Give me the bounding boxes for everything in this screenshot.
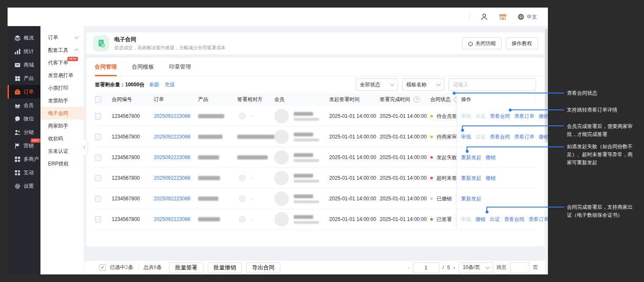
counterparty-cell <box>237 135 274 139</box>
op-link[interactable]: 撤销 <box>539 133 548 141</box>
current-page-input[interactable] <box>413 262 439 273</box>
sidebar-item-label: 商城 <box>24 61 34 69</box>
submenu-item[interactable]: 代客下单NEW <box>40 56 84 69</box>
next-page-button[interactable]: › <box>453 264 455 271</box>
field-filter-select[interactable]: 模板名称 <box>402 78 444 91</box>
op-link[interactable]: 查看订单 <box>529 216 548 223</box>
order-link[interactable]: 2025092223066 <box>154 216 191 222</box>
jump-page-input[interactable] <box>510 262 529 273</box>
order-link[interactable]: 2025092223066 <box>154 154 191 160</box>
sidebar-item[interactable]: 产品 <box>8 72 40 85</box>
header-checkbox[interactable] <box>95 96 101 103</box>
op-link[interactable]: 查看合同 <box>490 113 510 120</box>
order-link[interactable]: 2025092223066 <box>154 134 191 140</box>
sidebar-item[interactable]: 订单 <box>8 85 40 98</box>
tab-item[interactable]: 印章管理 <box>169 58 191 76</box>
sidebar-collapse-handle[interactable] <box>81 139 87 156</box>
annotation-dot <box>509 109 512 112</box>
sidebar-item[interactable]: 统计 <box>8 45 40 58</box>
submenu-group[interactable]: 配套工具 <box>40 44 84 56</box>
submenu-group[interactable]: 订单 <box>40 31 84 44</box>
annotation-line <box>487 207 564 208</box>
submenu-item[interactable]: 收款码 <box>40 132 84 145</box>
op-link[interactable]: 撤销 <box>475 216 486 223</box>
redacted-product <box>198 114 224 118</box>
op-link[interactable]: 出证 <box>490 216 500 223</box>
scrollbar[interactable] <box>545 26 548 274</box>
sidebar-item[interactable]: 概况 <box>8 31 40 45</box>
app-window: 中文 概况统计商城产品订单会员微信分销营销HOT多商户互动设置 订单配套工具代客… <box>8 8 548 274</box>
help-icon[interactable]: ? <box>413 96 420 103</box>
chevron-down-icon <box>486 265 490 269</box>
product-cell <box>198 135 237 139</box>
sidebar-item[interactable]: 分销 <box>8 125 40 139</box>
row-checkbox[interactable] <box>95 113 101 120</box>
order-link[interactable]: 2025092223066 <box>154 113 191 119</box>
column-header-label: 订单 <box>154 96 164 103</box>
order-link[interactable]: 2025092223066 <box>154 196 191 202</box>
row-checkbox[interactable] <box>95 154 101 161</box>
op-link[interactable]: 重新发起 <box>461 175 481 182</box>
row-checkbox[interactable] <box>95 175 101 181</box>
op-link[interactable]: 撤销 <box>486 154 496 161</box>
sidebar-item[interactable]: 会员 <box>8 98 40 112</box>
submenu-item[interactable]: 电子合同 <box>40 107 84 120</box>
op-link[interactable]: 查看订单 <box>514 113 534 120</box>
op-link[interactable]: 审批 <box>461 133 471 141</box>
selected-count-text: 已选中2条 <box>110 264 133 271</box>
select-all-checkbox[interactable]: ✓ <box>99 264 106 271</box>
contract-no-cell: 1234567800 <box>112 216 154 222</box>
tabs: 合同管理合同模板印章管理 <box>86 58 545 77</box>
op-link[interactable]: 查看合同 <box>504 216 524 223</box>
row-checkbox[interactable] <box>95 134 101 140</box>
sidebar-item[interactable]: 营销HOT <box>8 139 40 152</box>
annotation-line <box>467 146 564 147</box>
op-link[interactable]: 查看订单 <box>514 133 534 141</box>
shop-icon[interactable] <box>499 13 507 21</box>
page-size-select[interactable]: 10条/页 <box>459 262 493 273</box>
column-header: 签署相对方 <box>237 96 274 103</box>
globe-icon <box>518 13 524 20</box>
op-link[interactable]: 撤销 <box>486 175 496 182</box>
contract-no-cell: 1234567800 <box>112 196 154 202</box>
batch-revoke-button[interactable]: 批量撤销 <box>208 262 242 273</box>
op-link[interactable]: 重新发起 <box>461 195 481 202</box>
op-link[interactable]: 重新发起 <box>461 154 481 161</box>
refresh-link[interactable]: 刷新 <box>149 81 159 88</box>
order-link[interactable]: 2025092223066 <box>154 175 191 181</box>
recharge-link[interactable]: 充值 <box>164 81 174 88</box>
footer-divider <box>138 265 139 271</box>
search-input[interactable] <box>448 78 536 91</box>
submenu-item-label: 商家助手 <box>48 122 68 130</box>
submenu-item[interactable]: 商家助手 <box>40 120 84 132</box>
batch-action-bar: ✓ 已选中2条 总共6条 批量签署 批量撤销 导出合同 ‹ / 5 › <box>84 260 548 274</box>
operations-cell: 审批撤销出证查看合同查看订单 <box>456 209 535 229</box>
submenu-item[interactable]: 发票助手 <box>40 94 84 107</box>
redacted-member-name <box>294 194 313 198</box>
submenu-item[interactable]: 发货易打单 <box>40 69 84 82</box>
tab-active[interactable]: 合同管理 <box>95 58 117 76</box>
tab-item[interactable]: 合同模板 <box>132 58 154 76</box>
batch-sign-button[interactable]: 批量签署 <box>169 262 203 273</box>
sidebar-item[interactable]: 设置 <box>8 179 40 193</box>
submenu-item[interactable]: 小票打印 <box>40 82 84 94</box>
sidebar-item[interactable]: 微信 <box>8 112 40 125</box>
row-checkbox[interactable] <box>95 216 101 223</box>
row-checkbox-cell <box>95 216 112 223</box>
op-link[interactable]: 撤销 <box>539 113 548 120</box>
submenu-item[interactable]: 实名认证 <box>40 145 84 157</box>
language-switcher[interactable]: 中文 <box>518 13 537 21</box>
tutorial-button[interactable]: 操作教程 <box>506 37 538 49</box>
sidebar-item[interactable]: 多商户 <box>8 152 40 166</box>
export-contracts-button[interactable]: 导出合同 <box>246 262 280 273</box>
row-checkbox[interactable] <box>95 196 101 202</box>
start-time-cell: 2025-01-01 14:00:00 <box>329 154 380 160</box>
op-link[interactable]: 查看合同 <box>490 133 510 141</box>
close-feature-button[interactable]: 关闭功能 <box>462 37 502 49</box>
sidebar-item[interactable]: 商城 <box>8 58 40 72</box>
status-filter-select[interactable]: 全部状态 <box>356 78 398 91</box>
sidebar-item[interactable]: 互动 <box>8 166 40 179</box>
submenu-item[interactable]: ERP授权 <box>40 157 84 170</box>
prev-page-button[interactable]: ‹ <box>408 264 409 271</box>
user-icon[interactable] <box>480 13 488 21</box>
